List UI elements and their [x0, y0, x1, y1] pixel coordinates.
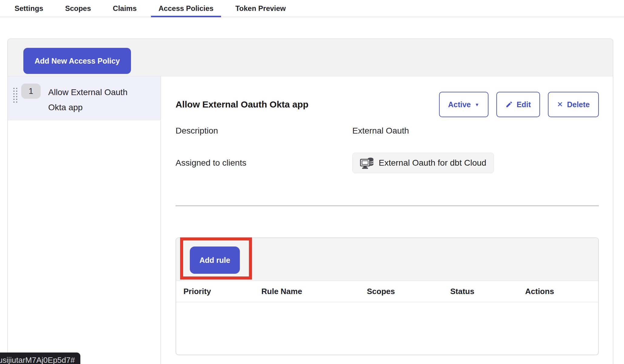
tab-access-policies[interactable]: Access Policies: [151, 0, 221, 17]
policy-detail-panel: Allow External Oauth Okta app Active ▼ E…: [161, 76, 613, 364]
rules-panel: Add rule Priority Rule Name Scopes Statu…: [176, 237, 599, 355]
column-header-priority: Priority: [183, 287, 261, 296]
policy-actions: Active ▼ Edit ✕ Delete: [439, 92, 599, 117]
active-status-dropdown[interactable]: Active ▼: [439, 92, 488, 117]
delete-label: Delete: [567, 100, 590, 109]
delete-button[interactable]: ✕ Delete: [548, 92, 599, 117]
client-chip[interactable]: External Oauth for dbt Cloud: [352, 153, 494, 173]
caret-down-icon: ▼: [475, 102, 479, 107]
tab-settings[interactable]: Settings: [7, 0, 51, 17]
rules-empty-body: [176, 302, 598, 355]
section-divider: [176, 205, 599, 206]
access-policies-panel: Add New Access Policy 1 Allow External O…: [7, 38, 613, 364]
column-header-actions: Actions: [525, 287, 598, 296]
policy-title: Allow External Oauth Okta app: [176, 99, 308, 110]
tab-token-preview[interactable]: Token Preview: [228, 0, 293, 17]
policy-list-item[interactable]: 1 Allow External Oauth Okta app: [8, 76, 160, 120]
add-rule-button[interactable]: Add rule: [190, 247, 240, 274]
policy-name: Allow External Oauth Okta app: [48, 85, 139, 115]
edit-label: Edit: [517, 100, 531, 109]
x-icon: ✕: [557, 101, 563, 108]
panel-header: Add New Access Policy: [8, 39, 613, 76]
description-value: External Oauth: [352, 126, 409, 136]
computer-database-icon: [360, 157, 374, 169]
drag-handle-icon[interactable]: [13, 88, 17, 103]
policy-priority-badge: 1: [21, 84, 41, 99]
tab-claims[interactable]: Claims: [105, 0, 144, 17]
policy-list: 1 Allow External Oauth Okta app: [8, 76, 161, 364]
status-url-tooltip: usijiutarM7Aj0Ep5d7#: [0, 352, 80, 364]
client-chip-label: External Oauth for dbt Cloud: [379, 158, 486, 168]
add-new-access-policy-button[interactable]: Add New Access Policy: [23, 48, 131, 74]
edit-button[interactable]: Edit: [496, 92, 540, 117]
red-highlight-annotation: Add rule: [180, 237, 252, 280]
description-label: Description: [176, 126, 352, 136]
column-header-status: Status: [450, 287, 525, 296]
column-header-rule-name: Rule Name: [261, 287, 367, 296]
tab-scopes[interactable]: Scopes: [58, 0, 99, 17]
assigned-to-clients-label: Assigned to clients: [176, 158, 352, 168]
tab-bar: Settings Scopes Claims Access Policies T…: [0, 0, 624, 17]
rules-table-header: Priority Rule Name Scopes Status Actions: [176, 281, 598, 302]
pencil-icon: [505, 101, 513, 108]
column-header-scopes: Scopes: [367, 287, 450, 296]
active-status-label: Active: [448, 100, 471, 109]
